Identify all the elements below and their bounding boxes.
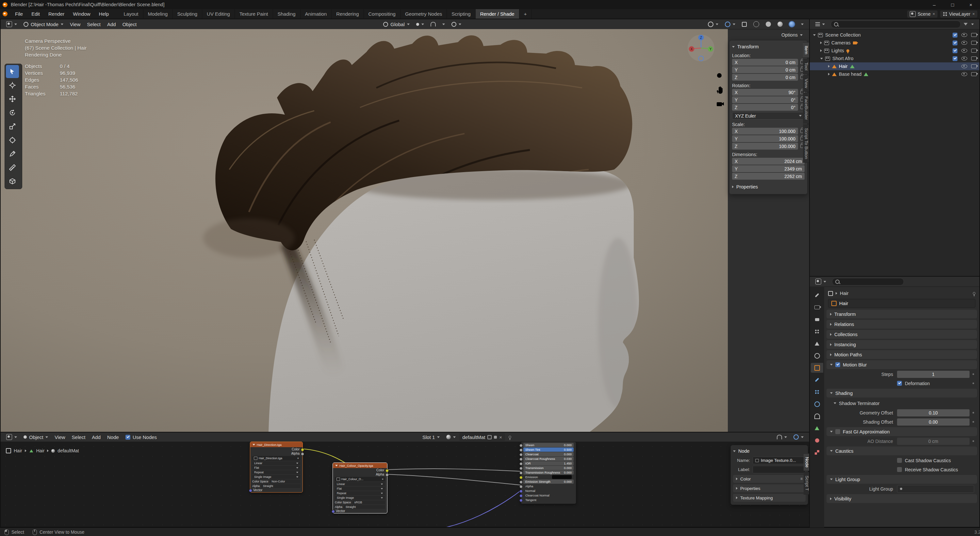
extension-dropdown[interactable]: Repeat: [335, 491, 385, 495]
outliner-row-scene-collection[interactable]: Scene Collection: [810, 31, 979, 39]
hide-eye-icon[interactable]: [961, 49, 967, 52]
xray-toggle[interactable]: [739, 20, 750, 28]
node-name-field[interactable]: Image Texture.0...: [752, 456, 805, 464]
outliner-filter-dropdown[interactable]: [968, 20, 977, 28]
image-datablock-field[interactable]: Hair_Colour_O...×: [335, 477, 385, 482]
rotation-mode-dropdown[interactable]: XYZ Euler: [732, 112, 805, 119]
menu-window[interactable]: Window: [68, 9, 94, 19]
rotation-z-field[interactable]: Z0°: [732, 104, 798, 111]
overlays-toggle[interactable]: [722, 20, 738, 28]
tab-output-properties[interactable]: [811, 315, 823, 324]
scale-z-field[interactable]: Z100.000: [732, 143, 798, 150]
tab-scene-properties[interactable]: [811, 339, 823, 348]
workspace-tab-uv-editing[interactable]: UV Editing: [202, 9, 235, 19]
menu-icon[interactable]: ≡: [800, 477, 803, 481]
outliner-row-cameras[interactable]: Cameras: [810, 39, 979, 47]
tab-tool-properties[interactable]: [811, 290, 823, 300]
hide-eye-icon[interactable]: [961, 41, 967, 45]
panel-collections[interactable]: Collections: [826, 330, 977, 339]
tab-texture-properties[interactable]: [811, 447, 823, 457]
workspace-tab-sculpting[interactable]: Sculpting: [172, 9, 202, 19]
menu-help[interactable]: Help: [95, 9, 113, 19]
tool-cursor[interactable]: [6, 79, 19, 92]
panel-node-properties[interactable]: Properties: [733, 484, 805, 492]
rotation-y-field[interactable]: Y0°: [732, 96, 798, 103]
unlink-scene-icon[interactable]: ×: [932, 11, 935, 16]
viewport-menu-view[interactable]: View: [67, 20, 83, 28]
panel-shading[interactable]: Shading: [826, 389, 977, 398]
properties-subpanel-header[interactable]: Properties: [732, 183, 805, 191]
motion-blur-checkbox[interactable]: [835, 362, 840, 367]
hide-eye-icon[interactable]: [961, 33, 967, 37]
animate-decorator[interactable]: [972, 382, 974, 384]
object-name-field[interactable]: Hair: [828, 299, 975, 308]
principled-bsdf-node[interactable]: Sheen0.000 Sheen Tint0.500 Clearcoat0.00…: [521, 442, 576, 504]
show-gizmo-toggle[interactable]: [705, 20, 721, 28]
use-nodes-checkbox[interactable]: [126, 435, 130, 440]
node-sidebar-tab-script[interactable]: Script T: [803, 472, 809, 494]
editor-type-selector[interactable]: [813, 20, 828, 28]
input-socket[interactable]: [519, 462, 523, 466]
render-visibility-icon[interactable]: [971, 64, 977, 68]
viewport-menu-object[interactable]: Object: [119, 20, 140, 28]
location-y-field[interactable]: Y0 cm: [732, 66, 798, 73]
shading-rendered-button[interactable]: [786, 20, 797, 28]
properties-search-input[interactable]: [832, 278, 904, 285]
pin-toggle[interactable]: [506, 433, 514, 441]
editor-type-selector[interactable]: [3, 20, 20, 28]
tool-rotate[interactable]: [6, 106, 19, 119]
input-socket[interactable]: [519, 471, 523, 475]
panel-instancing[interactable]: Instancing: [826, 340, 977, 349]
add-workspace-button[interactable]: +: [519, 9, 532, 19]
location-x-field[interactable]: X0 cm: [732, 59, 798, 66]
tool-measure[interactable]: [6, 161, 19, 174]
panel-shadow-terminator[interactable]: Shadow Terminator: [830, 399, 977, 408]
animate-decorator[interactable]: [972, 373, 974, 375]
panel-light-group[interactable]: Light Group: [826, 475, 977, 484]
node-sidebar-tab-node[interactable]: Node: [803, 453, 809, 471]
input-socket[interactable]: [519, 444, 523, 447]
snap-target-dropdown[interactable]: [439, 20, 448, 28]
workspace-tab-texture-paint[interactable]: Texture Paint: [235, 9, 273, 19]
interpolation-dropdown[interactable]: Linear: [335, 482, 385, 486]
workspace-tab-scripting[interactable]: Scripting: [447, 9, 475, 19]
image-texture-node-hair-colour-opacity[interactable]: Hair_Colour_Opacity.tga Color Alpha Hair…: [332, 463, 387, 514]
render-visibility-icon[interactable]: [971, 72, 977, 76]
input-socket[interactable]: [519, 499, 523, 502]
panel-caustics[interactable]: Caustics: [826, 447, 977, 455]
unlink-image-icon[interactable]: ×: [382, 477, 383, 481]
render-visibility-icon[interactable]: [971, 33, 977, 37]
menu-file[interactable]: File: [11, 9, 27, 19]
animate-decorator[interactable]: [972, 412, 974, 414]
editor-type-selector[interactable]: [3, 433, 20, 441]
workspace-tab-modeling[interactable]: Modeling: [143, 9, 173, 19]
shading-dropdown[interactable]: [798, 20, 807, 28]
input-socket[interactable]: [519, 485, 523, 488]
input-socket[interactable]: [519, 467, 523, 470]
pivot-point-dropdown[interactable]: [413, 20, 427, 28]
workspace-tab-shading[interactable]: Shading: [273, 9, 301, 19]
outliner-row-short-afro[interactable]: Short Afro: [810, 54, 979, 62]
sidebar-tab-tool[interactable]: Tool: [803, 59, 809, 74]
scale-x-field[interactable]: X100.000: [732, 128, 798, 135]
panel-color[interactable]: Color≡: [733, 475, 805, 483]
new-material-icon[interactable]: [494, 436, 497, 439]
projection-dropdown[interactable]: Flat: [252, 466, 301, 470]
exclude-checkbox[interactable]: [953, 33, 958, 38]
node-graph-canvas[interactable]: Hair Hair defaultMat Hair_Direction.tga …: [1, 442, 809, 527]
dimensions-z-field[interactable]: Z2262 cm: [732, 173, 805, 180]
fake-user-icon[interactable]: [487, 435, 492, 439]
ao-distance-field[interactable]: 0 cm: [897, 438, 970, 445]
transform-panel-header[interactable]: Transform: [732, 43, 805, 51]
tab-particle-properties[interactable]: [811, 387, 823, 397]
browse-material-dropdown[interactable]: [443, 433, 459, 441]
input-socket[interactable]: [519, 490, 523, 493]
vector-input-socket[interactable]: [249, 489, 252, 492]
sidebar-tab-item[interactable]: Item: [803, 42, 809, 58]
scale-y-field[interactable]: Y100.000: [732, 135, 798, 142]
material-name-field[interactable]: defaultMat ×: [459, 433, 505, 441]
tool-add-cube[interactable]: [6, 175, 19, 188]
shading-material-button[interactable]: [775, 20, 786, 28]
render-visibility-icon[interactable]: [971, 41, 977, 45]
node-overlays-toggle[interactable]: [791, 433, 807, 441]
